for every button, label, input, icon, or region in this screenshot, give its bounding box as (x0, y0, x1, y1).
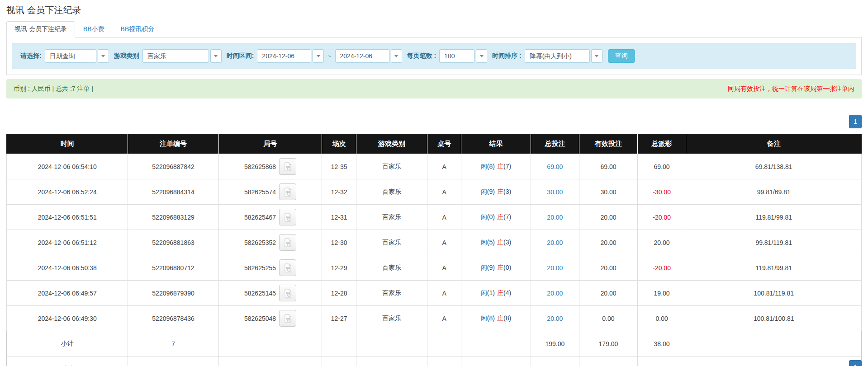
video-icon (283, 188, 292, 197)
cell-game: 百家乐 (356, 230, 427, 255)
cell-time: 2024-12-06 06:51:51 (7, 205, 128, 230)
cell-payout: 69.00 (637, 154, 686, 179)
cell-remark: 119.81/99.81 (686, 255, 862, 281)
cell-time: 2024-12-06 06:54:10 (7, 154, 128, 179)
cell-payout: 19.00 (637, 281, 686, 306)
total-payout: 38.00 (637, 357, 686, 366)
sort-label: 时间排序 : (492, 52, 522, 60)
select-label: 请选择: (20, 52, 42, 60)
cell-total-bet: 20.00 (531, 306, 579, 331)
cell-valid-bet: 20.00 (579, 230, 638, 255)
cell-table-no: A (427, 179, 461, 205)
total-bet-link[interactable]: 20.00 (547, 239, 563, 246)
video-replay-button[interactable] (279, 183, 296, 200)
cell-payout: 0.00 (637, 306, 686, 331)
dropdown-arrow-icon[interactable] (313, 49, 324, 63)
cell-payout: -20.00 (637, 205, 686, 230)
video-icon (283, 238, 292, 247)
header-valid-bet: 有效投注 (579, 134, 638, 154)
total-bet-link[interactable]: 30.00 (547, 188, 563, 196)
video-replay-button[interactable] (279, 285, 296, 301)
betting-records-table: 时间 注单编号 局号 场次 游戏类别 桌号 结果 总投注 有效投注 总派彩 备注… (6, 134, 862, 366)
dropdown-arrow-icon[interactable] (591, 49, 602, 63)
tab-bb-video-points[interactable]: BB视讯积分 (113, 21, 163, 38)
cell-remark: 100.81/119.81 (686, 281, 862, 306)
banker-result: 庄 (497, 188, 503, 195)
total-bet-link[interactable]: 20.00 (547, 214, 563, 221)
sort-select[interactable]: 降幂(由大到小) (525, 49, 602, 63)
cell-table-no: A (427, 255, 461, 281)
player-result: 闲 (481, 314, 487, 322)
cell-result: 闲(1)庄(4) (461, 281, 531, 306)
banker-score: (7) (503, 163, 511, 170)
tab-bb-tips[interactable]: BB小费 (75, 21, 113, 38)
cell-table-no: A (427, 205, 461, 230)
header-round-id: 局号 (218, 134, 322, 154)
header-bet-id: 注单编号 (128, 134, 218, 154)
header-payout: 总派彩 (637, 134, 686, 154)
cell-total-bet: 30.00 (531, 179, 579, 205)
header-remark: 备注 (686, 134, 862, 154)
cell-total-bet: 20.00 (531, 281, 579, 306)
tab-betting-records[interactable]: 视讯 会员下注纪录 (6, 21, 75, 38)
total-bet-link[interactable]: 69.00 (547, 163, 563, 170)
total-bet-link[interactable]: 20.00 (547, 290, 563, 297)
page-size-select[interactable]: 100 (439, 49, 487, 63)
dropdown-arrow-icon[interactable] (210, 49, 222, 63)
video-replay-button[interactable] (279, 209, 296, 225)
page-size-value: 100 (439, 49, 474, 63)
payout-value: -20.00 (653, 214, 671, 221)
cell-total-bet: 20.00 (531, 230, 579, 255)
subtotal-count: 7 (128, 331, 218, 357)
player-score: (8) (487, 163, 495, 170)
player-result: 闲 (481, 289, 487, 296)
cell-table-no: A (427, 154, 461, 179)
game-type-label: 游戏类别 (114, 52, 139, 60)
filter-bar: 请选择: 日期查询 游戏类别 百家乐 时间区间: 2024-12-06 ~ 20… (12, 43, 856, 69)
cell-time: 2024-12-06 06:49:30 (7, 306, 128, 331)
video-replay-button[interactable] (279, 310, 296, 327)
cell-valid-bet: 20.00 (579, 281, 638, 306)
date-to-select[interactable]: 2024-12-06 (335, 49, 402, 63)
round-id: 582625048 (244, 315, 276, 322)
banker-score: (0) (503, 264, 511, 271)
dropdown-arrow-icon[interactable] (391, 49, 402, 63)
round-id: 582625574 (244, 188, 276, 196)
banker-result: 庄 (497, 289, 503, 296)
query-type-select[interactable]: 日期查询 (45, 49, 109, 63)
player-score: (1) (487, 289, 495, 296)
player-score: (9) (487, 188, 495, 195)
date-from-value: 2024-12-06 (257, 49, 311, 63)
date-separator: ~ (327, 52, 331, 60)
subtotal-payout: 38.00 (637, 331, 686, 357)
cell-round-id: 582625352 (218, 230, 322, 255)
page-1-button[interactable]: 1 (849, 115, 862, 128)
cell-game: 百家乐 (356, 255, 427, 281)
total-bet-link[interactable]: 20.00 (547, 264, 563, 272)
cell-result: 闲(9)庄(3) (461, 179, 531, 205)
total-count: 7 (128, 357, 218, 366)
summary-bar: 币别 : 人民币 | 总共 :7 注单 | 同局有效投注，统一计算在该局第一张注… (6, 79, 862, 99)
page-1-button[interactable]: 1 (849, 360, 862, 366)
video-replay-button[interactable] (279, 234, 296, 251)
video-replay-button[interactable] (279, 259, 296, 276)
search-button[interactable]: 查询 (608, 49, 635, 63)
page-size-label: 每页笔数 : (407, 52, 436, 60)
total-bet-link[interactable]: 20.00 (547, 315, 563, 322)
video-replay-button[interactable] (279, 158, 296, 175)
dropdown-arrow-icon[interactable] (98, 49, 109, 63)
subtotal-valid-bet: 179.00 (579, 331, 638, 357)
game-type-select[interactable]: 百家乐 (142, 49, 222, 63)
date-from-select[interactable]: 2024-12-06 (257, 49, 324, 63)
table-row: 2024-12-06 06:51:51 522096883129 5826254… (7, 205, 862, 230)
cell-game: 百家乐 (356, 205, 427, 230)
dropdown-arrow-icon[interactable] (476, 49, 487, 63)
cell-table-no: A (427, 230, 461, 255)
table-row: 2024-12-06 06:52:24 522096884314 5826255… (7, 179, 862, 205)
payout-value: 20.00 (654, 239, 670, 246)
banker-score: (4) (503, 289, 511, 296)
cell-game: 百家乐 (356, 179, 427, 205)
table-row: 2024-12-06 06:49:57 522096879390 5826251… (7, 281, 862, 306)
banker-result: 庄 (497, 163, 503, 170)
header-session: 场次 (322, 134, 356, 154)
